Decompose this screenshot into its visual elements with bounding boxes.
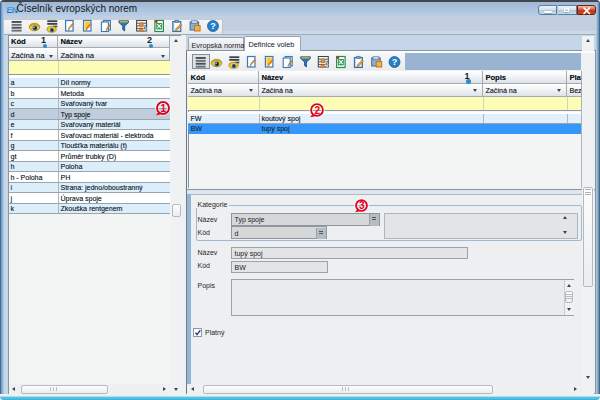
svg-text:3: 3	[359, 200, 365, 211]
svg-text:2: 2	[314, 105, 320, 116]
svg-text:1: 1	[160, 103, 166, 114]
